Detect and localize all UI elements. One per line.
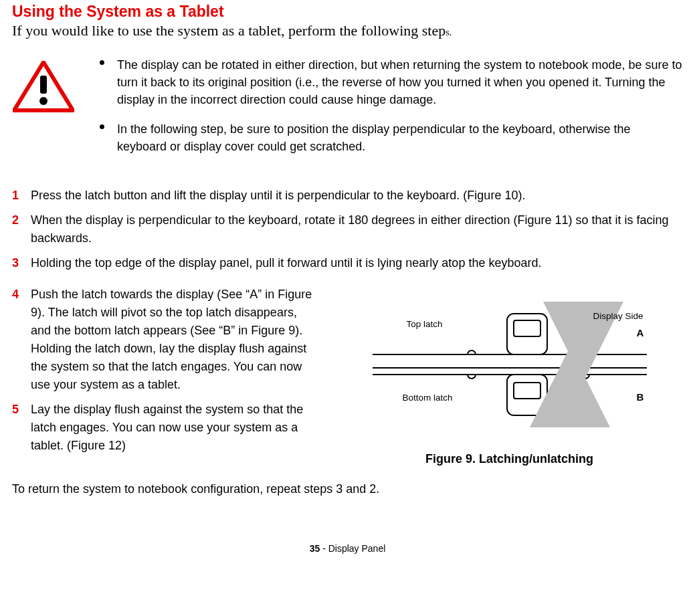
return-note: To return the system to notebook configu… [12,482,683,496]
page-number: 35 [310,543,320,554]
step-number: 1 [12,187,31,205]
bullet-dot-icon [100,60,104,65]
step-text: Press the latch button and lift the disp… [31,187,683,205]
caution-item: The display can be rotated in either dir… [94,56,682,108]
intro-paragraph: If you would like to use the system as a… [12,22,683,39]
step-item: 2 When the display is perpendicular to t… [12,211,683,247]
step-text: Holding the top edge of the display pane… [31,254,683,272]
caution-list: The display can be rotated in either dir… [94,56,682,155]
step-item: 5 Lay the display flush against the syst… [12,401,320,455]
diagram-label-a: A [637,327,644,338]
diagram-label-bottom-latch: Bottom latch [403,393,453,403]
step-text: Push the latch towards the display (See … [31,286,320,394]
step-number: 4 [12,286,31,304]
caution-block: The display can be rotated in either dir… [12,56,683,168]
steps-main-list: 1 Press the latch button and lift the di… [12,187,683,272]
svg-rect-7 [514,320,540,336]
step-item: 4 Push the latch towards the display (Se… [12,286,320,394]
step-number: 5 [12,401,31,419]
svg-rect-9 [514,383,540,399]
svg-rect-1 [40,76,47,94]
step-item: 3 Holding the top edge of the display pa… [12,254,683,272]
diagram-label-b: B [637,391,644,403]
step-text: When the display is perpendicular to the… [31,211,683,247]
figure-9: Top latch Display Side A Bottom latch B … [336,286,683,466]
diagram-label-display-side: Display Side [593,311,643,321]
steps-side-list: 4 Push the latch towards the display (Se… [12,286,320,466]
caution-text: In the following step, be sure to positi… [117,122,630,153]
intro-text-prefix: If you would like to use the system as a… [12,22,445,39]
intro-text-suffix: s. [445,27,452,37]
step-number: 3 [12,254,31,272]
diagram-label-top-latch: Top latch [407,319,443,329]
bullet-dot-icon [100,124,104,129]
warning-icon [13,104,74,115]
step-item: 1 Press the latch button and lift the di… [12,187,683,205]
step-number: 2 [12,211,31,229]
footer-section-name: - Display Panel [320,543,385,554]
split-section: 4 Push the latch towards the display (Se… [12,286,683,466]
caution-text: The display can be rotated in either dir… [117,58,682,106]
page-footer: 35 - Display Panel [12,543,683,554]
latch-diagram: Top latch Display Side A Bottom latch B [349,292,670,443]
step-text: Lay the display flush against the system… [31,401,320,455]
svg-point-2 [39,97,47,105]
figure-caption: Figure 9. Latching/unlatching [336,452,683,466]
section-heading: Using the System as a Tablet [12,3,683,21]
caution-item: In the following step, be sure to positi… [94,120,682,155]
